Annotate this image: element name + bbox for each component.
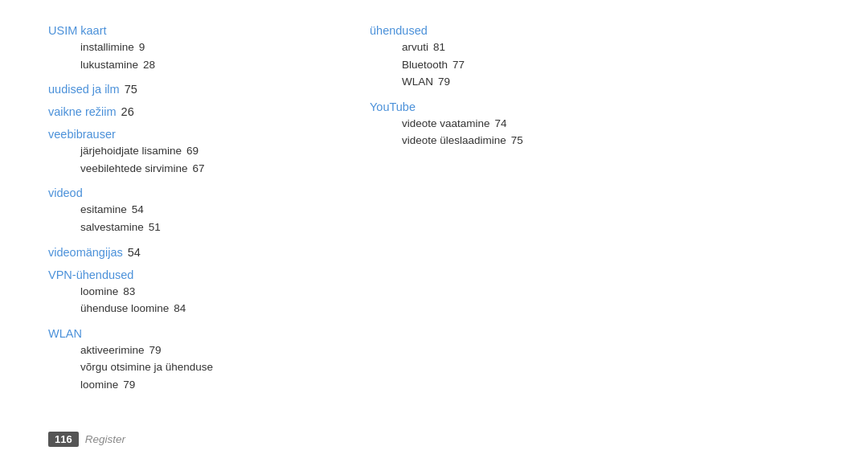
section-header-youtube[interactable]: YouTube xyxy=(370,100,659,113)
left-column: USIM kaart installimine9 lukustamine28 u… xyxy=(48,24,354,409)
list-item: esitamine54 xyxy=(48,201,354,219)
section-uudised-ja-ilm: uudised ja ilm75 xyxy=(48,83,354,96)
section-header-uudised[interactable]: uudised ja ilm75 xyxy=(48,83,354,96)
list-item: arvuti81 xyxy=(370,39,659,56)
list-item: videote üleslaadimine75 xyxy=(370,132,659,149)
section-header-usim-kaart[interactable]: USIM kaart xyxy=(48,24,354,37)
list-item: ühenduse loomine84 xyxy=(48,300,354,317)
section-videod: videod esitamine54 salvestamine51 xyxy=(48,186,354,236)
section-youtube: YouTube videote vaatamine74 videote üles… xyxy=(370,100,659,149)
section-veebibrauser: veebibrauser järjehoidjate lisamine69 ve… xyxy=(48,128,354,177)
section-header-videod[interactable]: videod xyxy=(48,186,354,199)
page-number-badge: 116 xyxy=(48,432,79,447)
section-header-vpn[interactable]: VPN-ühendused xyxy=(48,268,354,281)
section-header-vaikne[interactable]: vaikne režiim26 xyxy=(48,105,354,118)
list-item: loomine83 xyxy=(48,283,354,301)
section-usim-kaart: USIM kaart installimine9 lukustamine28 xyxy=(48,24,354,73)
list-item: Bluetooth77 xyxy=(370,56,659,74)
list-item: lukustamine28 xyxy=(48,56,354,74)
list-item: videote vaatamine74 xyxy=(370,115,659,133)
section-yhendused: ühendused arvuti81 Bluetooth77 WLAN79 xyxy=(370,24,659,91)
section-videomangijas: videomängijas54 xyxy=(48,246,354,259)
page-container: USIM kaart installimine9 lukustamine28 u… xyxy=(0,0,868,471)
footer: 116 Register xyxy=(48,425,820,447)
section-header-wlan[interactable]: WLAN xyxy=(48,327,354,340)
list-item: järjehoidjate lisamine69 xyxy=(48,142,354,160)
section-vaikne-reziim: vaikne režiim26 xyxy=(48,105,354,118)
list-item: veebilehtede sirvimine67 xyxy=(48,160,354,178)
list-item: võrgu otsimine ja ühenduse xyxy=(48,358,354,376)
list-item: salvestamine51 xyxy=(48,219,354,236)
section-header-veebibrauser[interactable]: veebibrauser xyxy=(48,128,354,141)
list-item: WLAN79 xyxy=(370,73,659,91)
content-columns: USIM kaart installimine9 lukustamine28 u… xyxy=(48,24,820,409)
list-item: aktiveerimine79 xyxy=(48,342,354,359)
footer-label: Register xyxy=(85,433,125,445)
section-header-yhendused[interactable]: ühendused xyxy=(370,24,659,37)
list-item: loomine79 xyxy=(48,376,354,394)
section-wlan: WLAN aktiveerimine79 võrgu otsimine ja ü… xyxy=(48,327,354,394)
list-item: installimine9 xyxy=(48,39,354,56)
section-header-videomangijas[interactable]: videomängijas54 xyxy=(48,246,354,259)
section-vpn: VPN-ühendused loomine83 ühenduse loomine… xyxy=(48,268,354,317)
right-column: ühendused arvuti81 Bluetooth77 WLAN79 Yo… xyxy=(354,24,659,409)
